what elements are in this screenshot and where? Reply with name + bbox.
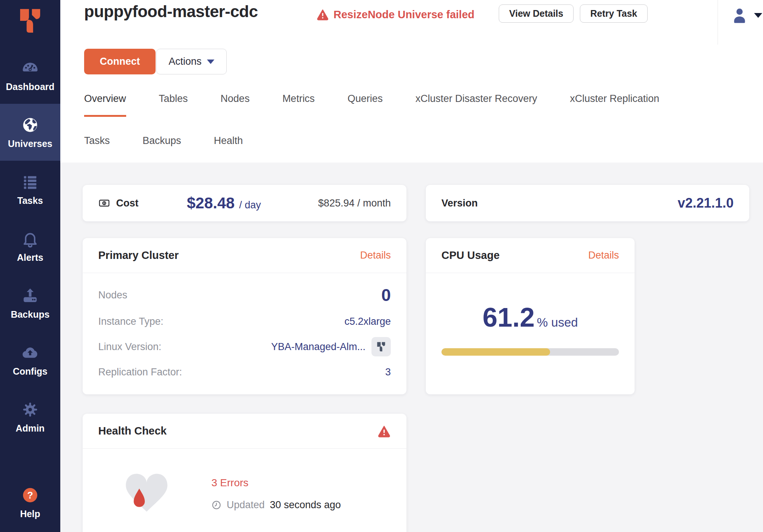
linux-image-badge[interactable] xyxy=(371,337,391,356)
sidebar-item-label: Admin xyxy=(16,423,45,434)
nodes-label: Nodes xyxy=(98,289,127,301)
sidebar-item-label: Dashboard xyxy=(6,81,55,92)
instance-type-label: Instance Type: xyxy=(98,316,163,327)
error-message: ResizeNode Universe failed xyxy=(333,9,475,21)
clock-icon xyxy=(211,500,221,510)
primary-cluster-header: Primary Cluster Details xyxy=(83,238,406,273)
sidebar-item-backups[interactable]: Backups xyxy=(0,275,60,331)
chevron-down-icon xyxy=(754,13,762,18)
sidebar-item-label: Help xyxy=(20,509,40,519)
version-label: Version xyxy=(441,198,478,209)
health-heart-icon xyxy=(124,471,170,516)
sidebar-item-dashboard[interactable]: Dashboard xyxy=(0,47,60,104)
universe-error-status: ResizeNode Universe failed xyxy=(316,8,475,21)
replication-factor-row: Replication Factor: 3 xyxy=(98,360,391,384)
header-divider xyxy=(718,0,718,45)
sidebar-item-tasks[interactable]: Tasks xyxy=(0,161,60,218)
actions-label: Actions xyxy=(169,56,202,67)
tab-nodes[interactable]: Nodes xyxy=(221,93,250,117)
cpu-progress-fill xyxy=(441,348,550,356)
cost-card: Cost $28.48 / day $825.94 / month xyxy=(83,185,406,221)
connect-button[interactable]: Connect xyxy=(84,49,156,74)
replication-factor-value: 3 xyxy=(385,366,391,378)
banknote-icon xyxy=(98,197,110,209)
health-status-group: 3 Errors Updated 30 seconds ago xyxy=(211,477,341,511)
cost-daily: $28.48 / day xyxy=(187,194,261,212)
gear-icon xyxy=(20,400,40,419)
instance-type-row: Instance Type: c5.2xlarge xyxy=(98,310,391,333)
cpu-usage-body: 61.2 % used xyxy=(426,302,635,356)
nodes-row: Nodes 0 xyxy=(98,281,391,310)
health-check-title: Health Check xyxy=(98,425,167,437)
health-check-header: Health Check xyxy=(83,414,406,449)
linux-version-row: Linux Version: YBA-Managed-Alm... xyxy=(98,333,391,360)
instance-type-value: c5.2xlarge xyxy=(344,316,391,327)
tab-metrics[interactable]: Metrics xyxy=(282,93,315,117)
warning-triangle-icon xyxy=(377,424,391,438)
cost-daily-unit: / day xyxy=(239,199,261,211)
cost-monthly-value: $825.94 / month xyxy=(318,198,391,209)
yugabyte-logo[interactable] xyxy=(16,0,44,47)
sidebar-item-alerts[interactable]: Alerts xyxy=(0,218,60,275)
sidebar-item-universes[interactable]: Universes xyxy=(0,104,60,161)
tab-tables[interactable]: Tables xyxy=(159,93,188,117)
primary-cluster-title: Primary Cluster xyxy=(98,249,179,262)
tab-xcluster-replication[interactable]: xCluster Replication xyxy=(570,93,659,117)
cpu-usage-header: CPU Usage Details xyxy=(426,238,635,273)
gauge-icon xyxy=(20,58,40,78)
health-updated-prefix: Updated xyxy=(227,499,265,511)
tab-queries[interactable]: Queries xyxy=(348,93,383,117)
linux-version-value-group: YBA-Managed-Alm... xyxy=(271,337,391,356)
version-card: Version v2.21.1.0 xyxy=(426,185,749,221)
tab-bar-row1: Overview Tables Nodes Metrics Queries xC… xyxy=(84,93,659,117)
cpu-usage-card: CPU Usage Details 61.2 % used xyxy=(426,238,635,394)
tab-backups[interactable]: Backups xyxy=(143,135,181,157)
sidebar-item-help[interactable]: ? Help xyxy=(0,476,60,528)
sidebar-item-label: Universes xyxy=(8,138,52,149)
linux-version-value: YBA-Managed-Alm... xyxy=(271,341,365,353)
sidebar-item-configs[interactable]: Configs xyxy=(0,331,60,388)
sidebar-item-admin[interactable]: Admin xyxy=(0,388,60,445)
sidebar-item-label: Backups xyxy=(11,309,50,320)
view-details-button[interactable]: View Details xyxy=(499,4,574,23)
version-value: v2.21.1.0 xyxy=(678,195,734,211)
linux-version-label: Linux Version: xyxy=(98,341,162,353)
list-icon xyxy=(20,172,40,192)
cpu-progress-track xyxy=(441,348,619,356)
tab-tasks[interactable]: Tasks xyxy=(84,135,110,157)
cpu-percent-value: 61.2 xyxy=(482,302,534,333)
primary-cluster-card: Primary Cluster Details Nodes 0 Instance… xyxy=(83,238,406,394)
cpu-percent-group: 61.2 % used xyxy=(441,302,619,333)
cost-label-group: Cost xyxy=(98,197,138,209)
yugabyte-mark-icon xyxy=(376,341,387,352)
globe-icon xyxy=(20,115,40,135)
sidebar: Dashboard Universes xyxy=(0,0,60,532)
cpu-percent-suffix: % used xyxy=(537,315,578,330)
cloud-upload-icon xyxy=(20,343,40,362)
retry-task-button[interactable]: Retry Task xyxy=(580,4,648,23)
primary-cluster-body: Nodes 0 Instance Type: c5.2xlarge Linux … xyxy=(83,273,406,384)
health-updated-value: 30 seconds ago xyxy=(270,499,341,511)
health-updated-row: Updated 30 seconds ago xyxy=(211,499,341,511)
cost-label: Cost xyxy=(116,198,138,209)
health-check-body: 3 Errors Updated 30 seconds ago xyxy=(83,449,406,516)
sidebar-item-label: Configs xyxy=(13,366,47,377)
sidebar-item-label: Tasks xyxy=(17,195,43,206)
health-errors-link[interactable]: 3 Errors xyxy=(211,477,341,489)
replication-factor-label: Replication Factor: xyxy=(98,366,182,378)
actions-dropdown-button[interactable]: Actions xyxy=(156,49,227,74)
tab-overview[interactable]: Overview xyxy=(84,93,126,117)
tab-xcluster-disaster-recovery[interactable]: xCluster Disaster Recovery xyxy=(415,93,537,117)
cpu-usage-title: CPU Usage xyxy=(441,249,499,262)
cpu-usage-details-link[interactable]: Details xyxy=(588,250,619,261)
page-title: puppyfood-master-cdc xyxy=(84,2,258,21)
user-menu[interactable] xyxy=(730,6,762,25)
yugabyte-logo-icon xyxy=(16,7,44,35)
warning-triangle-icon xyxy=(316,8,329,21)
sidebar-item-label: Alerts xyxy=(17,252,44,263)
user-avatar-icon xyxy=(730,6,749,25)
tab-health[interactable]: Health xyxy=(214,135,243,157)
primary-cluster-details-link[interactable]: Details xyxy=(360,250,391,261)
svg-text:?: ? xyxy=(27,490,33,501)
help-icon: ? xyxy=(20,485,40,505)
